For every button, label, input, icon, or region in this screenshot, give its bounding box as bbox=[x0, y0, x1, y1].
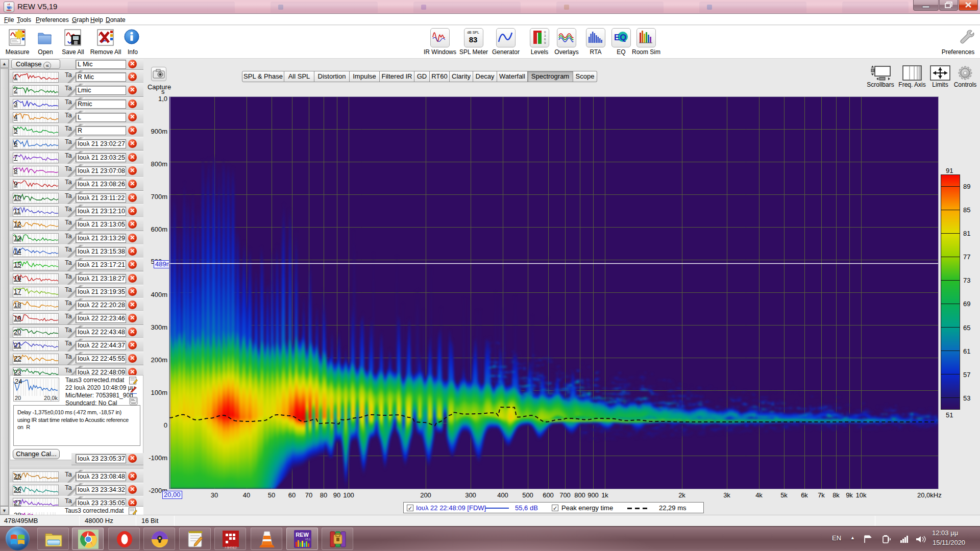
svg-text:大番蟷羲訳: 大番蟷羲訳 bbox=[225, 546, 237, 549]
svg-text:REW: REW bbox=[296, 532, 309, 538]
svg-text:V5.1: V5.1 bbox=[305, 538, 311, 541]
svg-text:dB SPL: dB SPL bbox=[467, 31, 479, 34]
svg-text:83: 83 bbox=[469, 35, 478, 44]
svg-text:EQ: EQ bbox=[614, 33, 627, 42]
svg-text:6: 6 bbox=[544, 38, 546, 41]
svg-text:3: 3 bbox=[544, 34, 546, 37]
svg-text:9: 9 bbox=[544, 41, 546, 44]
svg-text:0: 0 bbox=[544, 31, 546, 34]
